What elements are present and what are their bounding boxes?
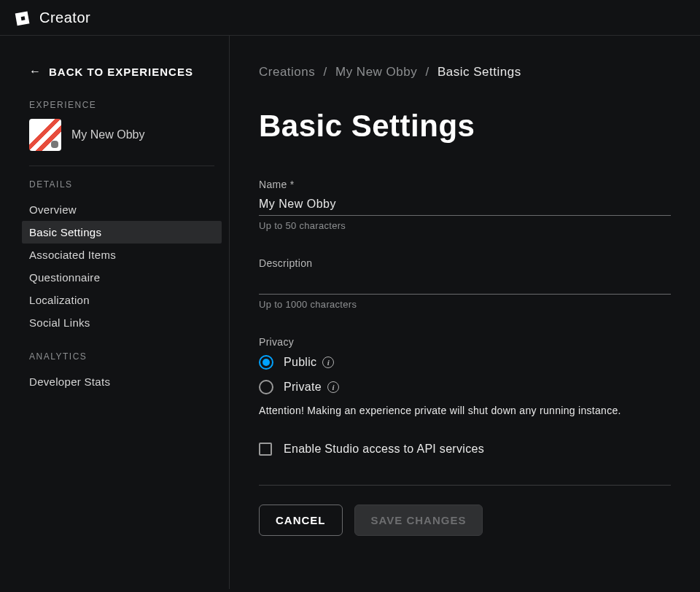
breadcrumb-experience[interactable]: My New Obby: [335, 65, 417, 79]
privacy-public-radio[interactable]: Public i: [259, 355, 671, 370]
back-to-experiences-link[interactable]: ← BACK TO EXPERIENCES: [29, 65, 214, 78]
sidebar-item-questionnaire[interactable]: Questionnaire: [22, 266, 222, 289]
description-label: Description: [259, 257, 671, 269]
sidebar-item-associated-items[interactable]: Associated Items: [22, 244, 222, 266]
sidebar-item-overview[interactable]: Overview: [22, 198, 222, 221]
privacy-label: Privacy: [259, 336, 671, 348]
save-changes-button[interactable]: SAVE CHANGES: [354, 505, 483, 536]
page-title: Basic Settings: [259, 109, 671, 144]
privacy-private-radio[interactable]: Private i: [259, 380, 671, 394]
sidebar-item-social-links[interactable]: Social Links: [22, 311, 222, 334]
sidebar: ← BACK TO EXPERIENCES EXPERIENCE My New …: [0, 36, 230, 589]
name-label: Name *: [259, 179, 671, 190]
name-helper: Up to 50 characters: [259, 220, 671, 231]
creator-logo-icon: [15, 9, 32, 26]
content-divider: [259, 485, 671, 486]
sidebar-item-basic-settings[interactable]: Basic Settings: [22, 221, 222, 244]
api-access-label: Enable Studio access to API services: [284, 443, 484, 456]
app-header: Creator: [0, 0, 700, 36]
analytics-section-label: ANALYTICS: [29, 351, 214, 362]
privacy-public-label: Public: [284, 356, 316, 369]
breadcrumb-separator: /: [425, 65, 429, 79]
main-content: Creations / My New Obby / Basic Settings…: [230, 36, 700, 589]
sidebar-item-developer-stats[interactable]: Developer Stats: [22, 370, 222, 393]
privacy-field-group: Privacy Public i Private i Attention! Ma…: [259, 336, 671, 416]
details-nav-group: DETAILS Overview Basic Settings Associat…: [29, 179, 214, 334]
breadcrumb-separator: /: [324, 65, 327, 79]
breadcrumb-creations[interactable]: Creations: [259, 65, 315, 79]
api-access-checkbox[interactable]: Enable Studio access to API services: [259, 443, 671, 456]
details-section-label: DETAILS: [29, 179, 214, 190]
name-input[interactable]: [259, 195, 671, 216]
name-field-group: Name * Up to 50 characters: [259, 179, 671, 231]
experience-name: My New Obby: [71, 128, 144, 141]
back-label: BACK TO EXPERIENCES: [49, 66, 193, 78]
button-row: CANCEL SAVE CHANGES: [259, 505, 671, 536]
cancel-button[interactable]: CANCEL: [259, 505, 343, 536]
description-input[interactable]: [259, 273, 671, 295]
sidebar-divider: [29, 165, 214, 166]
checkbox-icon: [259, 443, 272, 456]
info-icon[interactable]: i: [322, 357, 334, 368]
svg-rect-1: [21, 16, 26, 20]
analytics-nav-group: ANALYTICS Developer Stats: [29, 351, 214, 393]
radio-icon: [259, 380, 273, 394]
sidebar-item-localization[interactable]: Localization: [22, 289, 222, 311]
privacy-warning: Attention! Making an experience private …: [259, 405, 671, 416]
experience-thumbnail: [29, 119, 61, 151]
privacy-private-label: Private: [284, 381, 322, 394]
description-field-group: Description Up to 1000 characters: [259, 257, 671, 310]
description-helper: Up to 1000 characters: [259, 299, 671, 310]
experience-section-label: EXPERIENCE: [29, 100, 214, 110]
info-icon[interactable]: i: [327, 381, 339, 393]
breadcrumb: Creations / My New Obby / Basic Settings: [259, 65, 671, 79]
experience-row[interactable]: My New Obby: [29, 119, 214, 151]
radio-icon: [259, 355, 273, 370]
arrow-left-icon: ←: [29, 65, 42, 78]
breadcrumb-current: Basic Settings: [438, 65, 521, 79]
creator-logo-text: Creator: [39, 9, 90, 26]
